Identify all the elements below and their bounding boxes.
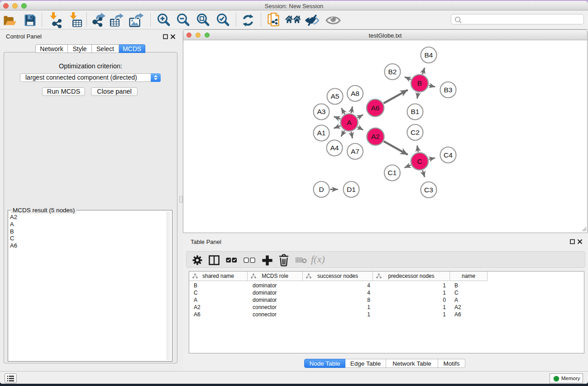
svg-text:B: B (417, 79, 422, 87)
svg-text:A8: A8 (351, 90, 359, 97)
svg-text:A7: A7 (351, 148, 359, 155)
svg-text:B2: B2 (388, 68, 397, 76)
svg-text:D1: D1 (347, 186, 356, 193)
svg-text:C3: C3 (424, 186, 433, 194)
svg-text:C4: C4 (444, 151, 453, 159)
svg-text:B4: B4 (425, 51, 433, 59)
svg-text:D: D (319, 186, 324, 193)
svg-text:A6: A6 (371, 104, 380, 112)
svg-text:A5: A5 (331, 92, 339, 100)
svg-text:A4: A4 (330, 144, 339, 152)
svg-text:B3: B3 (444, 86, 453, 94)
svg-text:A3: A3 (317, 108, 326, 115)
svg-text:A2: A2 (371, 133, 380, 140)
svg-text:C1: C1 (388, 169, 397, 176)
svg-text:C2: C2 (411, 129, 420, 136)
svg-text:A: A (347, 119, 352, 126)
svg-text:C: C (417, 157, 422, 165)
svg-text:B1: B1 (411, 108, 420, 115)
svg-text:A1: A1 (317, 129, 326, 137)
